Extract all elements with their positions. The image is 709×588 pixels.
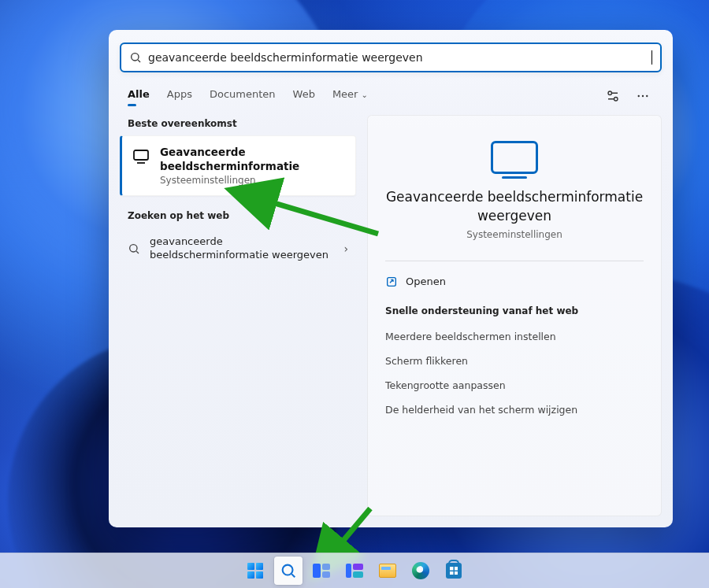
svg-rect-7 <box>134 150 148 160</box>
best-match-label: Beste overeenkomst <box>120 115 356 135</box>
svg-point-3 <box>614 98 618 102</box>
tab-apps[interactable]: Apps <box>167 88 192 105</box>
windows-logo-icon <box>247 563 263 579</box>
best-match-text: Geavanceerde beeldscherminformatie Syste… <box>160 146 299 186</box>
preview-column: Geavanceerde beeldscherminformatie weerg… <box>367 115 662 516</box>
preview-subtitle: Systeeminstellingen <box>466 229 562 240</box>
search-panel: Alle Apps Documenten Web Meer⌄ Beste ove… <box>109 30 673 527</box>
quick-support-label: Snelle ondersteuning vanaf het web <box>385 305 644 316</box>
preview-title: Geavanceerde beeldscherminformatie weerg… <box>385 188 644 226</box>
folder-icon <box>379 564 396 578</box>
task-view-icon <box>313 564 330 578</box>
edge-icon <box>412 562 429 579</box>
open-label: Openen <box>406 276 446 287</box>
search-icon <box>129 51 142 64</box>
taskbar <box>0 553 709 588</box>
quick-support-item[interactable]: Meerdere beeldschermen instellen <box>385 324 644 349</box>
svg-point-4 <box>638 95 640 97</box>
store-button[interactable] <box>440 557 468 585</box>
web-search-label: Zoeken op het web <box>120 207 356 227</box>
divider <box>385 261 644 261</box>
quick-support-item[interactable]: De helderheid van het scherm wijzigen <box>385 398 644 422</box>
open-action[interactable]: Openen <box>385 272 644 291</box>
task-view-button[interactable] <box>307 557 336 585</box>
widgets-icon <box>346 564 363 578</box>
text-caret <box>651 50 652 65</box>
widgets-button[interactable] <box>340 557 369 585</box>
svg-line-15 <box>291 574 295 577</box>
svg-point-2 <box>608 91 612 95</box>
svg-point-9 <box>130 245 137 252</box>
chevron-right-icon: › <box>343 242 348 255</box>
svg-point-0 <box>132 54 139 61</box>
monitor-icon <box>491 141 538 174</box>
search-icon <box>128 242 140 255</box>
search-icon <box>280 562 297 579</box>
best-match-result[interactable]: Geavanceerde beeldscherminformatie Syste… <box>120 135 356 196</box>
search-options-button[interactable] <box>602 85 624 107</box>
store-icon <box>446 563 462 579</box>
search-input[interactable] <box>148 51 645 64</box>
web-search-text: geavanceerde beeldscherminformatie weerg… <box>150 235 329 262</box>
svg-point-5 <box>642 95 644 97</box>
tab-documents[interactable]: Documenten <box>210 88 276 105</box>
file-explorer-button[interactable] <box>373 557 402 585</box>
svg-line-10 <box>136 251 139 253</box>
monitor-icon <box>132 147 150 166</box>
filter-tabs: Alle Apps Documenten Web Meer⌄ <box>120 72 662 115</box>
start-button[interactable] <box>241 557 269 585</box>
quick-support-item[interactable]: Scherm flikkeren <box>385 349 644 373</box>
svg-line-1 <box>138 60 140 62</box>
web-search-result[interactable]: geavanceerde beeldscherminformatie weerg… <box>120 227 356 270</box>
chevron-down-icon: ⌄ <box>361 91 367 99</box>
tab-more-label: Meer <box>332 88 358 100</box>
open-icon <box>385 276 398 288</box>
ellipsis-icon <box>636 89 650 103</box>
edge-button[interactable] <box>406 557 435 585</box>
tab-web[interactable]: Web <box>293 88 315 105</box>
options-icon <box>606 89 620 103</box>
tab-more[interactable]: Meer⌄ <box>332 88 368 105</box>
results-column: Beste overeenkomst Geavanceerde beeldsch… <box>120 115 356 516</box>
svg-point-6 <box>646 95 648 97</box>
search-box[interactable] <box>120 43 662 72</box>
search-button[interactable] <box>274 557 303 585</box>
quick-support-item[interactable]: Tekengrootte aanpassen <box>385 373 644 398</box>
more-button[interactable] <box>632 85 654 107</box>
svg-point-14 <box>283 565 293 575</box>
tab-all[interactable]: Alle <box>128 88 150 105</box>
